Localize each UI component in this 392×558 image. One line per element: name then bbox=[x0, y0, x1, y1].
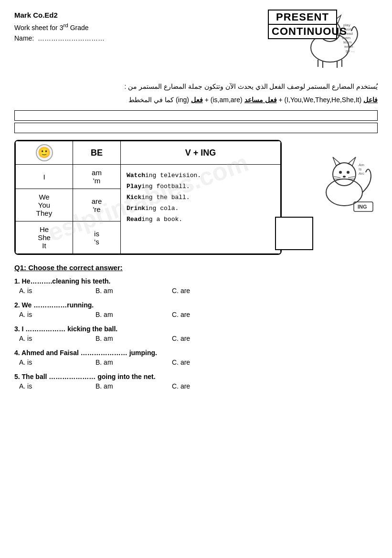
svg-text:learn: learn bbox=[343, 40, 352, 44]
fa3el-label: فاعل bbox=[363, 96, 378, 104]
pronoun-he-she-it: HeSheIt bbox=[16, 221, 73, 254]
question-block: 5. The ball ………………… going into the net.A… bbox=[14, 373, 378, 390]
pronoun-i: I bbox=[16, 165, 73, 189]
svg-marker-25 bbox=[348, 157, 356, 166]
fi3l-label: فعل bbox=[191, 96, 203, 104]
grammar-section: Am Is Arc ING eslprintables.com 🙂 BE V +… bbox=[14, 140, 378, 255]
ving-header: V + ING bbox=[121, 141, 281, 165]
question-text-1: 1. He……….cleaning his teeth. bbox=[14, 277, 378, 285]
name-label: Name: ………………………… bbox=[14, 33, 105, 43]
pronoun-we-you-they: WeYouThey bbox=[16, 189, 73, 221]
svg-text:go …: go … bbox=[346, 49, 355, 53]
smiley-icon: 🙂 bbox=[36, 144, 53, 161]
svg-text:ING: ING bbox=[358, 204, 367, 210]
q1-title: Q1: Choose the correct answer: bbox=[14, 263, 378, 272]
answer-option: A. is bbox=[19, 358, 67, 366]
example-2: Playing football. bbox=[127, 183, 275, 190]
plus2: + bbox=[203, 96, 209, 104]
answer-option: C. are bbox=[172, 311, 220, 318]
be-are: are're bbox=[73, 189, 121, 221]
svg-line-29 bbox=[334, 177, 340, 178]
answers-row-2: A. isB. amC. are bbox=[14, 311, 378, 318]
mosa3ed-label: فعل مساعد bbox=[244, 96, 277, 104]
example-1: Watching television. bbox=[127, 172, 275, 179]
answer-option: B. am bbox=[95, 287, 143, 295]
answer-option: B. am bbox=[95, 382, 143, 390]
arabic-line1: يُستخدم المضارع المستمر لوصف الفعل الذي … bbox=[14, 80, 378, 93]
page-header: Mark Co.Ed2 Work sheet for 3rd Grade Nam… bbox=[14, 10, 378, 73]
formula-box-1 bbox=[14, 110, 378, 121]
question-block: 2. We ……………running.A. isB. amC. are bbox=[14, 301, 378, 318]
header-left: Mark Co.Ed2 Work sheet for 3rd Grade Nam… bbox=[14, 10, 105, 43]
answers-row-4: A. isB. amC. are bbox=[14, 358, 378, 366]
answer-option: C. are bbox=[172, 358, 220, 366]
svg-text:wash: wash bbox=[344, 44, 353, 49]
answer-option: A. is bbox=[19, 335, 67, 342]
be-am: am'm bbox=[73, 165, 121, 189]
grammar-table-container: eslprintables.com 🙂 BE V + ING I am'm bbox=[14, 140, 282, 255]
cat-table-illustration: Am Is Arc ING bbox=[306, 140, 382, 216]
svg-marker-24 bbox=[333, 157, 340, 166]
answers-row-3: A. isB. amC. are bbox=[14, 335, 378, 342]
continuous-text: CONTINUOUS bbox=[269, 25, 336, 38]
formula-box-2 bbox=[14, 123, 378, 133]
question-text-5: 5. The ball ………………… going into the net. bbox=[14, 373, 378, 380]
arabic-explanation: يُستخدم المضارع المستمر لوصف الفعل الذي … bbox=[14, 80, 378, 106]
svg-point-27 bbox=[347, 171, 350, 174]
question-block: 3. I ……………… kicking the ball.A. isB. amC… bbox=[14, 325, 378, 342]
answer-option: C. are bbox=[172, 287, 220, 295]
table-icon-header: 🙂 bbox=[16, 141, 73, 165]
questions-container: 1. He……….cleaning his teeth.A. isB. amC.… bbox=[14, 277, 378, 390]
example-4: Drinking cola. bbox=[127, 205, 275, 212]
answers-row-5: A. isB. amC. are bbox=[14, 382, 378, 390]
question-text-2: 2. We ……………running. bbox=[14, 301, 378, 309]
answer-option: B. am bbox=[95, 311, 143, 318]
diagram-ref: كما في المخطط bbox=[128, 96, 174, 104]
svg-text:Is: Is bbox=[359, 167, 361, 171]
present-text: PRESENT bbox=[269, 11, 336, 25]
svg-line-31 bbox=[348, 177, 355, 178]
fi3l-suffix: (ing) bbox=[174, 96, 189, 104]
svg-point-23 bbox=[333, 163, 356, 186]
q1-section: Q1: Choose the correct answer: 1. He……….… bbox=[14, 263, 378, 390]
table-row: I am'm Watching television. Playing foot… bbox=[16, 165, 281, 189]
be-is: is's bbox=[73, 221, 121, 254]
answers-row-1: A. isB. amC. are bbox=[14, 287, 378, 295]
fa3el-suffix: (I,You,We,They,He,She,It) bbox=[283, 96, 362, 104]
example-3: Kicking the ball. bbox=[127, 194, 275, 201]
answer-option: C. are bbox=[172, 382, 220, 390]
question-block: 4. Ahmed and Faisal ………………… jumping.A. i… bbox=[14, 349, 378, 366]
answer-option: B. am bbox=[95, 358, 143, 366]
svg-text:Am: Am bbox=[359, 163, 364, 167]
question-text-3: 3. I ……………… kicking the ball. bbox=[14, 325, 378, 333]
side-decoration-box bbox=[275, 217, 313, 250]
answer-option: C. are bbox=[172, 335, 220, 342]
answer-option: B. am bbox=[95, 335, 143, 342]
be-header: BE bbox=[73, 141, 121, 165]
svg-point-28 bbox=[343, 176, 346, 178]
q1-label: Q1: bbox=[14, 263, 26, 272]
plus1: + bbox=[277, 96, 283, 104]
examples-row1: Watching television. Playing football. K… bbox=[121, 165, 281, 254]
school-title: Mark Co.Ed2 bbox=[14, 10, 105, 21]
answer-option: A. is bbox=[19, 382, 67, 390]
answer-option: A. is bbox=[19, 311, 67, 318]
answer-option: A. is bbox=[19, 287, 67, 295]
svg-point-26 bbox=[339, 171, 342, 174]
mosa3ed-suffix: (is,am,are) bbox=[209, 96, 243, 104]
example-5: Reading a book. bbox=[127, 216, 275, 223]
question-text-4: 4. Ahmed and Faisal ………………… jumping. bbox=[14, 349, 378, 357]
arabic-line2: فاعل (I,You,We,They,He,She,It) + فعل مسا… bbox=[14, 93, 378, 106]
question-block: 1. He……….cleaning his teeth.A. isB. amC.… bbox=[14, 277, 378, 295]
q1-instruction: Choose the correct answer: bbox=[28, 263, 123, 272]
grammar-table: 🙂 BE V + ING I am'm Watching television.… bbox=[15, 141, 281, 254]
worksheet-subtitle: Work sheet for 3rd Grade bbox=[14, 21, 105, 33]
present-continuous-logo: play work read swim learn wash go … PRES… bbox=[254, 10, 378, 73]
svg-text:Arc: Arc bbox=[359, 171, 364, 176]
